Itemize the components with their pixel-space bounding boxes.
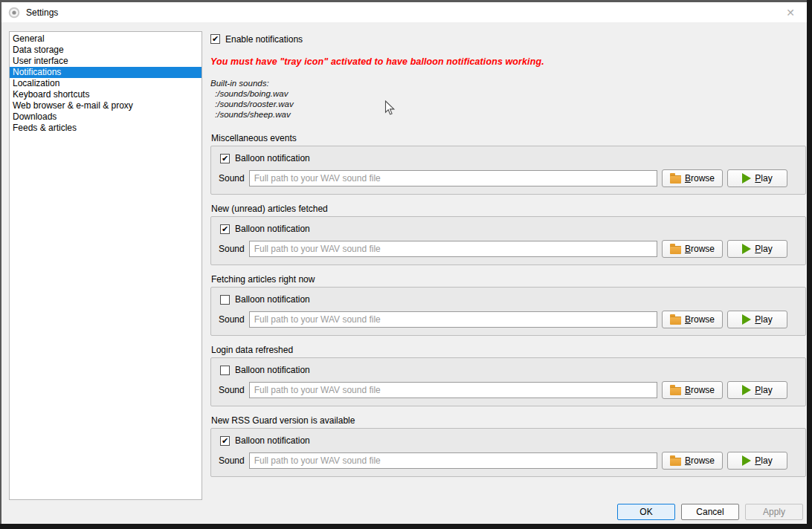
section-login-data-refreshed: Login data refreshed Balloon notificatio… bbox=[210, 345, 806, 406]
sidebar-item-user-interface[interactable]: User interface bbox=[10, 56, 202, 67]
sidebar-item-notifications[interactable]: Notifications bbox=[10, 67, 202, 78]
sound-file-path: :/sounds/boing.wav bbox=[210, 88, 806, 99]
section-group-box: Balloon notification Sound Browse Play bbox=[210, 428, 806, 477]
sound-path-input[interactable] bbox=[249, 452, 657, 469]
section-group-box: Balloon notification Sound Browse Play bbox=[210, 216, 806, 265]
play-button[interactable]: Play bbox=[727, 452, 787, 470]
browse-button[interactable]: Browse bbox=[662, 311, 723, 328]
section-group-box: Balloon notification Sound Browse Play bbox=[210, 287, 806, 336]
balloon-notification-checkbox[interactable] bbox=[220, 366, 230, 375]
section-title: New (unread) articles fetched bbox=[210, 204, 806, 214]
dialog-button-box: OK Cancel Apply bbox=[617, 504, 803, 520]
folder-icon bbox=[670, 175, 681, 184]
enable-notifications-checkbox[interactable] bbox=[210, 34, 220, 44]
sound-label: Sound bbox=[219, 314, 245, 325]
balloon-notification-checkbox[interactable] bbox=[220, 436, 230, 446]
play-icon bbox=[742, 455, 751, 466]
title-bar: Settings ✕ bbox=[1, 2, 807, 22]
sidebar-item-localization[interactable]: Localization bbox=[10, 78, 202, 89]
balloon-notification-label: Balloon notification bbox=[235, 435, 310, 446]
section-group-box: Balloon notification Sound Browse Play bbox=[210, 146, 806, 195]
section-new-version-available: New RSS Guard version is available Ballo… bbox=[210, 415, 806, 477]
play-icon bbox=[742, 173, 751, 184]
play-button[interactable]: Play bbox=[727, 240, 787, 258]
sound-path-input[interactable] bbox=[249, 382, 657, 398]
ok-button[interactable]: OK bbox=[617, 504, 675, 520]
folder-icon bbox=[670, 317, 681, 325]
section-title: New RSS Guard version is available bbox=[210, 415, 806, 426]
balloon-notification-label: Balloon notification bbox=[235, 365, 310, 375]
sound-path-input[interactable] bbox=[249, 170, 657, 186]
section-miscellaneous-events: Miscellaneous events Balloon notificatio… bbox=[210, 133, 806, 195]
browse-button[interactable]: Browse bbox=[662, 452, 723, 470]
play-icon bbox=[742, 385, 751, 395]
folder-icon bbox=[670, 458, 681, 466]
sidebar-item-keyboard-shortcuts[interactable]: Keyboard shortcuts bbox=[10, 89, 202, 100]
section-title: Fetching articles right now bbox=[210, 274, 806, 285]
balloon-notification-checkbox[interactable] bbox=[220, 224, 230, 234]
sidebar-item-general[interactable]: General bbox=[10, 33, 202, 45]
sidebar-item-feeds-articles[interactable]: Feeds & articles bbox=[10, 123, 202, 134]
built-in-sounds-heading: Built-in sounds: bbox=[210, 78, 806, 88]
browse-button[interactable]: Browse bbox=[662, 381, 723, 399]
sound-file-path: :/sounds/sheep.wav bbox=[210, 109, 806, 120]
browse-button[interactable]: Browse bbox=[662, 169, 723, 187]
section-fetching-articles-now: Fetching articles right now Balloon noti… bbox=[210, 274, 806, 336]
sound-path-input[interactable] bbox=[249, 311, 657, 328]
built-in-sounds-block: Built-in sounds: :/sounds/boing.wav :/so… bbox=[210, 78, 806, 120]
sound-file-path: :/sounds/rooster.wav bbox=[210, 99, 806, 109]
sound-label: Sound bbox=[219, 385, 245, 395]
sidebar-item-downloads[interactable]: Downloads bbox=[10, 111, 202, 123]
section-title: Login data refreshed bbox=[210, 345, 806, 355]
balloon-notification-checkbox[interactable] bbox=[220, 154, 230, 163]
balloon-notification-label: Balloon notification bbox=[235, 224, 310, 234]
balloon-notification-checkbox[interactable] bbox=[220, 295, 230, 305]
play-icon bbox=[742, 244, 751, 254]
gear-icon bbox=[8, 7, 20, 19]
sound-label: Sound bbox=[219, 244, 245, 254]
play-button[interactable]: Play bbox=[727, 381, 787, 399]
sound-path-input[interactable] bbox=[249, 241, 657, 257]
browse-button[interactable]: Browse bbox=[662, 240, 723, 258]
sidebar-item-data-storage[interactable]: Data storage bbox=[10, 45, 202, 56]
section-group-box: Balloon notification Sound Browse Play bbox=[210, 357, 806, 406]
play-icon bbox=[742, 314, 751, 325]
folder-icon bbox=[670, 387, 681, 395]
apply-button[interactable]: Apply bbox=[745, 504, 803, 520]
cancel-button[interactable]: Cancel bbox=[681, 504, 739, 520]
settings-category-list: General Data storage User interface Noti… bbox=[9, 31, 202, 500]
enable-notifications-label: Enable notifications bbox=[225, 34, 303, 45]
folder-icon bbox=[670, 246, 681, 254]
sound-label: Sound bbox=[219, 173, 245, 184]
window-title: Settings bbox=[26, 7, 58, 18]
section-new-articles-fetched: New (unread) articles fetched Balloon no… bbox=[210, 204, 806, 265]
settings-dialog: Settings ✕ General Data storage User int… bbox=[0, 0, 807, 524]
play-button[interactable]: Play bbox=[727, 311, 787, 328]
play-button[interactable]: Play bbox=[727, 169, 787, 187]
notifications-page: Enable notifications You must have "tray… bbox=[210, 31, 806, 486]
balloon-notification-label: Balloon notification bbox=[235, 153, 310, 163]
sidebar-item-web-browser-proxy[interactable]: Web browser & e-mail & proxy bbox=[10, 100, 202, 111]
section-title: Miscellaneous events bbox=[210, 133, 806, 143]
close-icon[interactable]: ✕ bbox=[784, 6, 797, 19]
tray-icon-warning: You must have "tray icon" activated to h… bbox=[210, 56, 806, 67]
balloon-notification-label: Balloon notification bbox=[235, 294, 310, 305]
sound-label: Sound bbox=[219, 455, 245, 466]
